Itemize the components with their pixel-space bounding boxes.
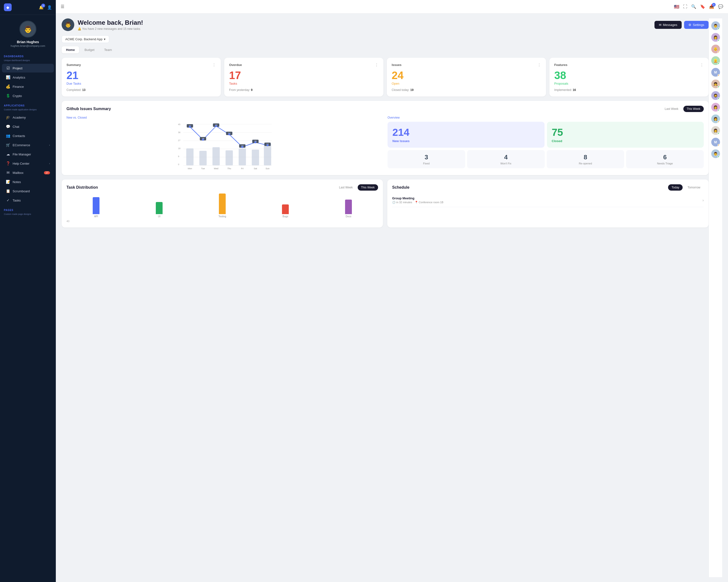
user-avatar-icon[interactable]: 👤 bbox=[47, 5, 52, 10]
right-avatar-5[interactable]: M bbox=[711, 68, 720, 77]
inbox-icon[interactable]: 📥 5 bbox=[709, 4, 714, 9]
features-card: Features ⋮ 38 Proposals Implemented: 16 bbox=[549, 58, 709, 96]
sidebar-item-filemanager[interactable]: ☁ File Manager bbox=[2, 150, 54, 159]
card-menu-icon[interactable]: ⋮ bbox=[212, 62, 216, 67]
this-week-btn[interactable]: This Week bbox=[683, 106, 704, 112]
sidebar-item-finance[interactable]: 💰 Finance bbox=[2, 82, 54, 91]
sidebar-item-helpcenter[interactable]: ❓ Help Center › bbox=[2, 159, 54, 168]
right-avatar-8[interactable]: 👩 bbox=[711, 103, 720, 112]
content-area: 👨 Welcome back, Brian! 🔔 You have 2 new … bbox=[56, 13, 728, 582]
online-status-badge bbox=[718, 98, 720, 100]
mailbox-icon: ✉ bbox=[6, 170, 10, 175]
tab-budget[interactable]: Budget bbox=[80, 46, 99, 53]
away-status-badge bbox=[718, 51, 720, 53]
messages-icon[interactable]: 💬 bbox=[718, 4, 723, 9]
card-menu-icon[interactable]: ⋮ bbox=[375, 62, 379, 67]
sidebar-item-scrumboard[interactable]: 📋 Scrumboard bbox=[2, 187, 54, 195]
right-avatar-2[interactable]: 👩 bbox=[711, 33, 720, 42]
card-menu-icon[interactable]: ⋮ bbox=[700, 62, 704, 67]
contacts-icon: 👥 bbox=[6, 134, 10, 138]
card-menu-icon[interactable]: ⋮ bbox=[537, 62, 541, 67]
messages-button[interactable]: ✉ Messages bbox=[654, 21, 682, 29]
online-status-badge bbox=[718, 132, 720, 135]
topbar-left: ☰ bbox=[61, 4, 64, 9]
applications-section-sub: Custom made application designs bbox=[0, 108, 56, 113]
bookmark-icon[interactable]: 🔖 bbox=[700, 4, 705, 9]
welcome-actions: ✉ Messages ⚙ Settings bbox=[654, 21, 709, 29]
new-issues-card: 214 New Issues bbox=[388, 122, 545, 148]
right-avatar-12[interactable]: 👨 bbox=[711, 149, 720, 158]
online-status-badge bbox=[718, 28, 720, 30]
notification-bell[interactable]: 🔔 3 bbox=[39, 5, 44, 10]
github-week-toggle: Last Week This Week bbox=[661, 106, 704, 112]
sidebar-item-academy[interactable]: 🎓 Academy bbox=[2, 113, 54, 122]
chart-wrapper: 45 36 27 18 9 0 bbox=[67, 122, 383, 170]
right-avatar-10[interactable]: 👩 bbox=[711, 126, 720, 135]
sidebar-item-notes[interactable]: 📝 Notes bbox=[2, 177, 54, 186]
right-avatar-3[interactable]: 👴 bbox=[711, 45, 720, 53]
sidebar-item-crypto[interactable]: 💲 Crypto bbox=[2, 91, 54, 100]
sidebar: ◆ 🔔 3 👤 👨 Brian Hughes hughes.brian@comp… bbox=[0, 0, 56, 582]
right-avatar-6[interactable]: 👧 bbox=[711, 80, 720, 88]
sidebar-item-label: Project bbox=[12, 66, 22, 70]
right-avatar-7[interactable]: 🧔 bbox=[711, 91, 720, 100]
card-number: 21 bbox=[67, 70, 216, 81]
reopened-number: 8 bbox=[549, 154, 622, 161]
task-dist-title: Task Distribution bbox=[67, 185, 98, 190]
task-this-week-btn[interactable]: This Week bbox=[358, 184, 378, 191]
chevron-right-icon: › bbox=[49, 162, 50, 165]
sidebar-item-label: Chat bbox=[12, 125, 19, 129]
sidebar-item-ecommerce[interactable]: 🛒 ECommerce › bbox=[2, 141, 54, 149]
task-last-week-btn[interactable]: Last Week bbox=[336, 184, 356, 191]
fixed-card: 3 Fixed bbox=[388, 150, 465, 168]
task-bar-api: API bbox=[67, 197, 126, 218]
hamburger-menu[interactable]: ☰ bbox=[61, 4, 64, 9]
settings-button[interactable]: ⚙ Settings bbox=[684, 21, 709, 29]
last-week-btn[interactable]: Last Week bbox=[661, 106, 682, 112]
sidebar-item-label: Help Center bbox=[12, 162, 29, 165]
search-icon[interactable]: 🔍 bbox=[691, 4, 696, 9]
triage-card: 6 Needs Triage bbox=[626, 150, 704, 168]
github-body: New vs. Closed 45 36 27 18 9 0 bbox=[67, 116, 704, 170]
project-selector[interactable]: ACME Corp. Backend App ▾ bbox=[62, 35, 109, 43]
schedule-tomorrow-btn[interactable]: Tomorrow bbox=[684, 184, 704, 191]
sidebar-item-chat[interactable]: 💬 Chat bbox=[2, 122, 54, 131]
line-bar-chart: 45 36 27 18 9 0 bbox=[67, 122, 383, 170]
schedule-today-btn[interactable]: Today bbox=[668, 184, 683, 191]
svg-text:36: 36 bbox=[178, 131, 181, 134]
project-selector-label: ACME Corp. Backend App bbox=[65, 37, 102, 41]
app-logo[interactable]: ◆ bbox=[4, 3, 11, 11]
sidebar-item-label: Contacts bbox=[12, 134, 25, 138]
chevron-right-icon[interactable]: › bbox=[703, 198, 704, 202]
bar-label: Docs bbox=[346, 215, 352, 218]
right-avatar-1[interactable]: 👨 bbox=[711, 21, 720, 30]
tab-team[interactable]: Team bbox=[100, 46, 116, 53]
svg-rect-18 bbox=[264, 144, 271, 165]
card-number: 17 bbox=[229, 70, 379, 81]
sidebar-item-contacts[interactable]: 👥 Contacts bbox=[2, 132, 54, 140]
academy-icon: 🎓 bbox=[6, 115, 10, 119]
sidebar-item-analytics[interactable]: 📊 Analytics bbox=[2, 73, 54, 82]
wontfix-label: Won't Fix bbox=[470, 162, 542, 165]
overdue-card: Overdue ⋮ 17 Tasks From yesterday: 9 bbox=[224, 58, 383, 96]
crypto-icon: 💲 bbox=[6, 93, 10, 98]
svg-text:9: 9 bbox=[178, 155, 179, 158]
overview-label: Overview bbox=[388, 116, 704, 119]
messages-btn-icon: ✉ bbox=[659, 23, 661, 27]
sidebar-item-mailbox[interactable]: ✉ Mailbox 27 bbox=[2, 168, 54, 177]
language-flag[interactable]: 🇺🇸 bbox=[674, 4, 679, 9]
right-avatar-11[interactable]: M bbox=[711, 138, 720, 146]
fullscreen-icon[interactable]: ⛶ bbox=[683, 4, 687, 9]
svg-point-38 bbox=[255, 141, 257, 143]
pages-section-sub: Custom made page designs bbox=[0, 213, 56, 217]
tab-home[interactable]: Home bbox=[62, 46, 79, 53]
tasks-icon: ✓ bbox=[6, 198, 10, 202]
online-status-badge bbox=[718, 39, 720, 42]
sidebar-item-tasks[interactable]: ✓ Tasks bbox=[2, 196, 54, 205]
right-avatar-4[interactable]: 👱 bbox=[711, 56, 720, 65]
sidebar-item-label: ECommerce bbox=[12, 143, 30, 147]
svg-text:Mon: Mon bbox=[188, 167, 192, 170]
sidebar-item-project[interactable]: ☑ Project bbox=[2, 64, 54, 73]
wontfix-number: 4 bbox=[470, 154, 542, 161]
right-avatar-9[interactable]: 👩 bbox=[711, 114, 720, 123]
